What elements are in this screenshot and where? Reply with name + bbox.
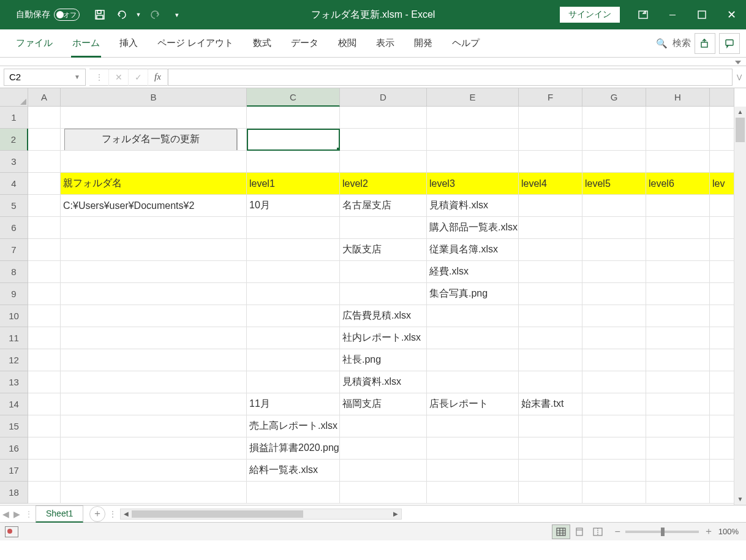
fx-icon[interactable]: fx — [148, 69, 168, 86]
cell[interactable] — [646, 460, 710, 482]
cell[interactable]: level1 — [247, 173, 340, 195]
col-header[interactable]: D — [340, 88, 427, 107]
cell[interactable] — [582, 305, 646, 327]
cell[interactable] — [710, 482, 734, 504]
cell[interactable]: 損益計算書2020.png — [247, 437, 340, 460]
row-header[interactable]: 14 — [0, 393, 28, 415]
cell[interactable] — [646, 239, 710, 261]
cell[interactable] — [646, 482, 710, 504]
cell[interactable] — [519, 460, 582, 482]
tab-developer[interactable]: 開発 — [404, 29, 442, 58]
cell[interactable] — [646, 107, 710, 129]
cell[interactable]: 購入部品一覧表.xlsx — [427, 217, 519, 239]
cell[interactable] — [710, 305, 734, 327]
cell[interactable] — [519, 349, 582, 371]
row-header[interactable]: 13 — [0, 371, 28, 393]
select-all-corner[interactable] — [0, 88, 28, 107]
cell[interactable]: C:¥Users¥user¥Documents¥2 — [61, 195, 247, 217]
cell[interactable] — [61, 371, 247, 393]
maximize-icon[interactable] — [687, 0, 717, 29]
cell[interactable] — [340, 107, 427, 129]
row-header[interactable]: 11 — [0, 327, 28, 349]
scroll-down-icon[interactable]: ▼ — [734, 494, 746, 505]
cancel-icon[interactable]: ✕ — [109, 69, 129, 86]
cell[interactable] — [61, 482, 247, 504]
cell[interactable] — [582, 195, 646, 217]
cell[interactable] — [582, 129, 646, 151]
cell[interactable] — [340, 437, 427, 460]
cell[interactable]: 見積資料.xlsx — [427, 195, 519, 217]
tab-review[interactable]: 校閲 — [328, 29, 366, 58]
cell[interactable] — [61, 460, 247, 482]
tab-file[interactable]: ファイル — [6, 29, 62, 58]
cell[interactable] — [28, 283, 61, 305]
cell[interactable] — [28, 371, 61, 393]
qat-customize-icon[interactable]: ▾ — [168, 6, 186, 24]
normal-view-icon[interactable] — [552, 524, 570, 539]
cell[interactable] — [61, 151, 247, 173]
close-icon[interactable]: ✕ — [717, 0, 746, 29]
row-header[interactable]: 7 — [0, 239, 28, 261]
sheet-tab-active[interactable]: Sheet1 — [36, 505, 83, 523]
cell[interactable] — [646, 283, 710, 305]
cell[interactable] — [340, 482, 427, 504]
cell[interactable] — [28, 217, 61, 239]
cell[interactable]: 社内レポート.xlsx — [340, 327, 427, 349]
cell[interactable] — [710, 151, 734, 173]
search-box[interactable]: 🔍 検索 — [656, 37, 691, 49]
cell[interactable]: 親フォルダ名 — [61, 173, 247, 195]
row-header[interactable]: 10 — [0, 305, 28, 327]
col-header[interactable]: B — [61, 88, 247, 107]
save-icon[interactable] — [91, 6, 109, 24]
signin-button[interactable]: サインイン — [560, 7, 620, 23]
cell[interactable]: level2 — [340, 173, 427, 195]
cell[interactable]: level6 — [646, 173, 710, 195]
cell[interactable] — [427, 482, 519, 504]
cell[interactable] — [427, 151, 519, 173]
scroll-left-icon[interactable]: ◀ — [121, 509, 132, 519]
cell[interactable] — [28, 129, 61, 151]
sheet-nav-next-icon[interactable]: ▶ — [11, 509, 22, 519]
cell[interactable]: level5 — [582, 173, 646, 195]
cell[interactable] — [340, 261, 427, 283]
cell[interactable] — [646, 195, 710, 217]
cell[interactable] — [519, 217, 582, 239]
undo-icon[interactable] — [113, 6, 131, 24]
cell[interactable] — [247, 129, 340, 151]
cell[interactable] — [582, 217, 646, 239]
cell[interactable] — [28, 415, 61, 437]
cell[interactable]: 名古屋支店 — [340, 195, 427, 217]
cell[interactable]: 11月 — [247, 393, 340, 415]
cell[interactable] — [710, 195, 734, 217]
cell[interactable] — [28, 349, 61, 371]
cell[interactable] — [710, 460, 734, 482]
cell[interactable] — [61, 437, 247, 460]
cell[interactable] — [582, 371, 646, 393]
cell[interactable] — [427, 305, 519, 327]
cell[interactable]: 福岡支店 — [340, 393, 427, 415]
cell[interactable] — [28, 482, 61, 504]
cell[interactable] — [519, 482, 582, 504]
cell[interactable] — [247, 371, 340, 393]
formula-expand-icon[interactable]: ⋁ — [733, 74, 746, 80]
row-header[interactable]: 15 — [0, 415, 28, 437]
macro-record-icon[interactable] — [5, 526, 18, 537]
row-header[interactable]: 1 — [0, 107, 28, 129]
cell[interactable] — [340, 217, 427, 239]
cell[interactable]: 給料一覧表.xlsx — [247, 460, 340, 482]
cell[interactable] — [519, 437, 582, 460]
cell[interactable] — [519, 415, 582, 437]
row-header[interactable]: 16 — [0, 437, 28, 460]
cell[interactable] — [710, 393, 734, 415]
cell[interactable]: 売上高レポート.xlsx — [247, 415, 340, 437]
row-header[interactable]: 3 — [0, 151, 28, 173]
redo-icon[interactable] — [146, 6, 164, 24]
cell[interactable] — [247, 239, 340, 261]
cell[interactable] — [340, 151, 427, 173]
page-layout-view-icon[interactable] — [570, 524, 589, 539]
col-header[interactable]: H — [646, 88, 710, 107]
share-icon[interactable] — [695, 33, 715, 54]
cell[interactable] — [710, 349, 734, 371]
page-break-view-icon[interactable] — [589, 524, 607, 539]
cell[interactable] — [61, 261, 247, 283]
